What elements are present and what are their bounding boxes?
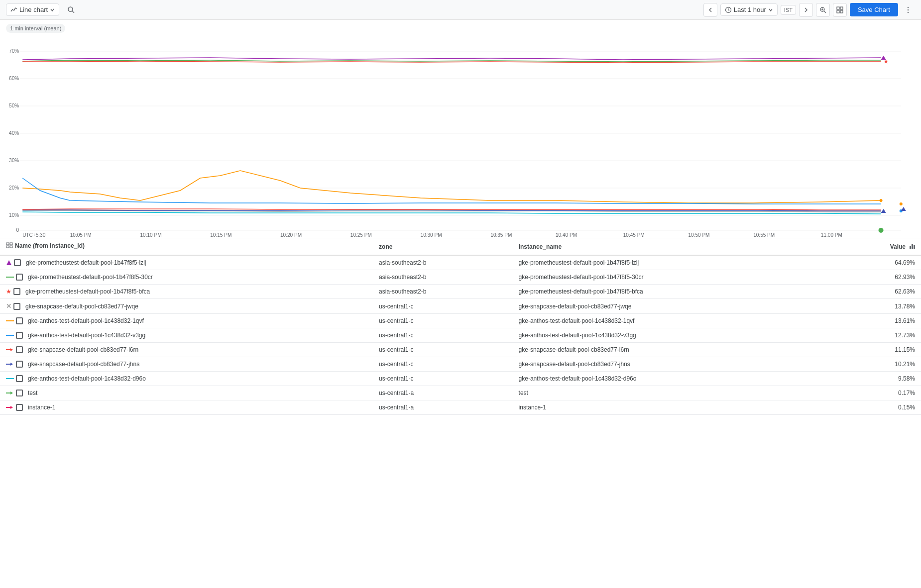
cell-instance: gke-anthos-test-default-pool-1c438d32-1q…: [513, 314, 834, 328]
next-time-button[interactable]: [799, 3, 813, 17]
svg-point-48: [879, 228, 884, 233]
line-chart-icon: [10, 6, 17, 13]
svg-line-1: [72, 11, 74, 13]
row-checkbox[interactable]: [16, 332, 23, 339]
svg-text:UTC+5:30: UTC+5:30: [22, 232, 45, 238]
row-checkbox[interactable]: [16, 404, 23, 411]
table-row: gke-anthos-test-default-pool-1c438d32-1q…: [0, 314, 921, 328]
marker-arrow-icon: [6, 347, 14, 352]
cell-name: gke-anthos-test-default-pool-1c438d32-1q…: [0, 314, 373, 328]
expand-button[interactable]: [833, 3, 847, 17]
row-checkbox[interactable]: [13, 303, 20, 310]
cell-zone: us-central1-c: [373, 372, 513, 386]
expand-icon: [836, 6, 843, 13]
cell-zone: asia-southeast2-b: [373, 255, 513, 270]
table-row: gke-anthos-test-default-pool-1c438d32-d9…: [0, 372, 921, 386]
marker-x-icon: ✕: [6, 302, 11, 310]
col-header-value[interactable]: Value: [834, 238, 921, 255]
cell-zone: us-central1-a: [373, 386, 513, 400]
table-row: test us-central1-a test 0.17%: [0, 386, 921, 400]
cell-instance: gke-anthos-test-default-pool-1c438d32-v3…: [513, 328, 834, 343]
row-name-text: gke-anthos-test-default-pool-1c438d32-d9…: [28, 375, 146, 382]
cell-zone: us-central1-a: [373, 400, 513, 415]
svg-text:10:35 PM: 10:35 PM: [490, 232, 512, 238]
marker-arrow-icon: [6, 362, 14, 367]
chart-container: 1 min interval (mean) 70% 60% 50% 40% 30…: [0, 20, 921, 238]
zoom-icon: [819, 6, 826, 13]
search-button[interactable]: [63, 2, 79, 18]
cell-instance: gke-snapcase-default-pool-cb83ed77-jwqe: [513, 299, 834, 314]
row-checkbox[interactable]: [13, 288, 20, 295]
cell-value: 0.17%: [834, 386, 921, 400]
row-name-text: gke-prometheustest-default-pool-1b47f8f5…: [26, 259, 146, 266]
cell-name: ★ gke-prometheustest-default-pool-1b47f8…: [0, 285, 373, 299]
chart-svg-wrapper[interactable]: 70% 60% 50% 40% 30% 20% 10% 0 UTC+5:30 1…: [0, 24, 921, 238]
row-name-text: gke-prometheustest-default-pool-1b47f8f5…: [25, 288, 150, 295]
svg-text:20%: 20%: [9, 185, 19, 191]
marker-line-icon: [6, 275, 14, 280]
cell-value: 0.15%: [834, 400, 921, 415]
more-vert-icon: [904, 6, 912, 14]
table-row: gke-prometheustest-default-pool-1b47f8f5…: [0, 270, 921, 285]
col-header-zone[interactable]: zone: [373, 238, 513, 255]
chart-type-button[interactable]: Line chart: [6, 3, 59, 16]
cell-zone: us-central1-c: [373, 343, 513, 357]
svg-point-49: [900, 202, 903, 205]
row-checkbox[interactable]: [16, 390, 23, 396]
timezone-badge[interactable]: IST: [781, 5, 796, 15]
chevron-left-icon: [707, 7, 713, 13]
svg-point-13: [908, 11, 909, 12]
row-checkbox[interactable]: [16, 375, 23, 382]
cell-instance: gke-prometheustest-default-pool-1b47f8f5…: [513, 255, 834, 270]
svg-text:10:50 PM: 10:50 PM: [688, 232, 709, 238]
table-row: gke-prometheustest-default-pool-1b47f8f5…: [0, 255, 921, 270]
row-name-text: gke-anthos-test-default-pool-1c438d32-1q…: [28, 317, 144, 324]
col-header-name[interactable]: Name (from instance_id): [0, 238, 373, 255]
svg-text:10:25 PM: 10:25 PM: [350, 232, 372, 238]
cell-value: 10.21%: [834, 357, 921, 372]
row-checkbox[interactable]: [16, 274, 23, 281]
svg-marker-66: [10, 392, 13, 394]
row-name-text: gke-anthos-test-default-pool-1c438d32-v3…: [28, 332, 145, 339]
col-name-label: Name (from instance_id): [15, 242, 85, 249]
save-chart-button[interactable]: Save Chart: [850, 3, 898, 16]
svg-point-11: [908, 6, 909, 7]
svg-text:10:20 PM: 10:20 PM: [280, 232, 302, 238]
row-checkbox[interactable]: [16, 361, 23, 368]
svg-text:50%: 50%: [9, 103, 19, 108]
svg-text:40%: 40%: [9, 130, 19, 136]
row-checkbox[interactable]: [16, 346, 23, 353]
cell-value: 62.63%: [834, 285, 921, 299]
cell-name: gke-anthos-test-default-pool-1c438d32-v3…: [0, 328, 373, 343]
cell-zone: us-central1-c: [373, 314, 513, 328]
svg-text:10:40 PM: 10:40 PM: [556, 232, 577, 238]
row-name-text: instance-1: [28, 404, 55, 411]
cell-value: 11.15%: [834, 343, 921, 357]
svg-text:30%: 30%: [9, 158, 19, 163]
col-header-instance[interactable]: instance_name: [513, 238, 834, 255]
zoom-button[interactable]: [816, 3, 830, 17]
row-checkbox[interactable]: [16, 317, 23, 324]
cell-instance: gke-prometheustest-default-pool-1b47f8f5…: [513, 285, 834, 299]
cell-zone: asia-southeast2-b: [373, 285, 513, 299]
svg-marker-51: [901, 207, 906, 211]
table-container: Name (from instance_id) zone instance_na…: [0, 238, 921, 415]
marker-triangle-icon: [6, 260, 12, 266]
search-icon: [67, 6, 75, 14]
cell-name: gke-prometheustest-default-pool-1b47f8f5…: [0, 270, 373, 285]
chart-type-label: Line chart: [19, 6, 48, 13]
more-options-button[interactable]: [901, 3, 915, 17]
toolbar-right: Last 1 hour IST: [703, 3, 915, 17]
table-row: instance-1 us-central1-a instance-1 0.15…: [0, 400, 921, 415]
time-range-button[interactable]: Last 1 hour: [720, 3, 778, 16]
svg-rect-54: [6, 246, 9, 248]
row-checkbox[interactable]: [14, 259, 21, 266]
clock-icon: [725, 6, 732, 13]
row-name-text: gke-prometheustest-default-pool-1b47f8f5…: [28, 274, 153, 281]
cell-zone: us-central1-c: [373, 299, 513, 314]
prev-time-button[interactable]: [703, 3, 717, 17]
chevron-right-icon: [803, 7, 809, 13]
cell-name: gke-anthos-test-default-pool-1c438d32-d9…: [0, 372, 373, 386]
marker-star-icon: ★: [6, 288, 11, 295]
table-icon: [6, 242, 13, 249]
